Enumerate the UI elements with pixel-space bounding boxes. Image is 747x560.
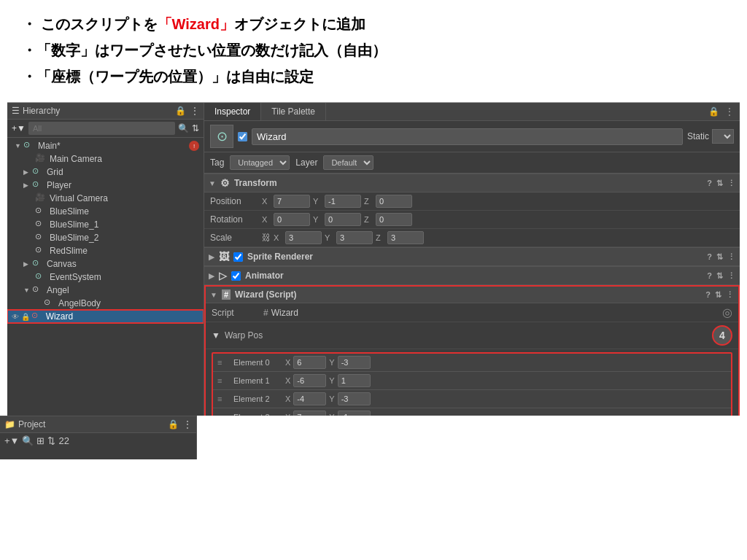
hierarchy-header-icons: 🔒 ⋮	[175, 106, 199, 116]
elem-y-label-3: Y	[329, 413, 334, 416]
scale-z-input[interactable]	[387, 231, 424, 244]
wizard-script-label: Wizard (Script)	[235, 289, 297, 300]
project-filter-icon: ⊞	[36, 435, 44, 446]
tree-item-angelbody[interactable]: ⊙ AngelBody	[7, 297, 204, 310]
inspector-tab-icons: 🔒 ⋮	[708, 106, 740, 117]
tree-item-blueslime1[interactable]: ⊙ BlueSlime_1	[7, 218, 204, 231]
project-add-button[interactable]: +▼	[4, 435, 19, 446]
tree-item-redslime[interactable]: ⊙ RedSlime	[7, 244, 204, 257]
project-header: 📁 Project 🔒 ⋮	[0, 416, 196, 433]
hierarchy-search-input[interactable]	[28, 122, 175, 135]
tab-tile-palette[interactable]: Tile Palette	[261, 103, 326, 120]
rotation-z-input[interactable]	[376, 213, 412, 226]
elem-y-label-0: Y	[329, 358, 334, 367]
hierarchy-menu-icon: ☰	[12, 106, 20, 116]
tree-item-main[interactable]: ▼ ⊙ Main* !	[7, 139, 204, 152]
tree-item-blueslime[interactable]: ⊙ BlueSlime	[7, 205, 204, 218]
scale-y-label: Y	[325, 233, 333, 242]
elem-x-input-0[interactable]	[293, 356, 326, 369]
tree-item-wizard[interactable]: 👁 🔒 ⊙ Wizard	[7, 310, 204, 323]
position-x-input[interactable]	[274, 195, 310, 208]
script-hash: #	[263, 308, 268, 318]
add-button[interactable]: +▼	[12, 123, 26, 133]
tree-item-canvas[interactable]: ▶ ⊙ Canvas	[7, 257, 204, 271]
tree-label-blueslime2: BlueSlime_2	[50, 233, 98, 243]
rotation-label: Rotation	[210, 214, 258, 225]
scale-x-input[interactable]	[285, 231, 322, 244]
animator-help-icon: ?	[707, 271, 712, 281]
tree-item-main-camera[interactable]: 🎥 Main Camera	[7, 152, 204, 166]
sprite-renderer-checkbox[interactable]	[233, 252, 243, 262]
tree-label-angelbody: AngelBody	[58, 298, 101, 308]
elem-y-input-3[interactable]	[338, 411, 371, 416]
hierarchy-dots-icon: ⋮	[190, 106, 199, 116]
obj-title-row: ⊙ Static	[204, 121, 740, 152]
animator-section-header[interactable]: ▶ ▷ Animator ? ⇅ ⋮	[204, 266, 740, 285]
sprite-help-icon: ?	[707, 252, 712, 262]
rotation-z-label: Z	[364, 215, 373, 224]
tab-inspector[interactable]: Inspector	[204, 103, 261, 120]
tree-item-eventsystem[interactable]: ⊙ EventSystem	[7, 271, 204, 284]
position-z-input[interactable]	[376, 195, 412, 208]
obj-active-checkbox[interactable]	[238, 132, 247, 141]
transform-rotation-row: Rotation X Y Z	[204, 211, 740, 229]
transform-dots-icon: ⋮	[727, 179, 735, 188]
elem-xy-2: X Y	[285, 392, 371, 405]
project-header-icons: 🔒 ⋮	[168, 419, 192, 429]
wizard-script-header[interactable]: ▼ # Wizard (Script) ? ⇅ ⋮	[206, 287, 738, 303]
script-link-icon: ◎	[722, 306, 732, 319]
inspector-body: ⊙ Static Tag Untagged Layer Defaul	[204, 121, 740, 416]
elem-x-label-3: X	[285, 413, 290, 416]
sprite-renderer-section-header[interactable]: ▶ 🖼 Sprite Renderer ? ⇅ ⋮	[204, 247, 740, 266]
transform-section-header[interactable]: ▼ ⚙ Transform ? ⇅ ⋮	[204, 174, 740, 192]
hierarchy-lock-icon: 🔒	[175, 106, 186, 116]
elem-x-input-1[interactable]	[293, 374, 326, 387]
elem-label-0: Element 0	[233, 358, 281, 367]
layer-select[interactable]: Default	[323, 155, 374, 170]
elements-container: ≡ Element 0 X Y ≡ Element 1	[212, 352, 732, 416]
wizard-script-section: ▼ # Wizard (Script) ? ⇅ ⋮ Script # Wizar…	[204, 285, 740, 416]
animator-checkbox[interactable]	[231, 271, 241, 281]
static-label: Static	[687, 131, 709, 141]
tree-item-virtual-camera[interactable]: 🎥 Virtual Camera	[7, 192, 204, 205]
wizard-help-icon: ?	[705, 290, 711, 300]
tree-label-wizard: Wizard	[46, 311, 73, 322]
scale-xyz: ⛓ X Y Z	[262, 231, 734, 244]
tree-item-angel[interactable]: ▼ ⊙ Angel	[7, 284, 204, 297]
tree-label-blueslime: BlueSlime	[50, 206, 89, 217]
sprite-renderer-icon: 🖼	[219, 251, 229, 262]
elem-x-input-3[interactable]	[293, 411, 326, 416]
tree-item-blueslime2[interactable]: ⊙ BlueSlime_2	[7, 231, 204, 244]
elem-xy-0: X Y	[285, 356, 371, 369]
obj-name-input[interactable]	[252, 128, 683, 145]
elem-y-input-1[interactable]	[338, 374, 371, 387]
animator-icons: ? ⇅ ⋮	[707, 271, 735, 281]
tree-label-main-camera: Main Camera	[50, 154, 102, 164]
instruction-pre-1: このスクリプトを	[41, 16, 158, 32]
project-panel: 📁 Project 🔒 ⋮ +▼ 🔍 ⊞ ⇅ 22	[0, 416, 197, 459]
rotation-x-input[interactable]	[274, 213, 310, 226]
elem-y-input-2[interactable]	[338, 392, 371, 405]
elem-x-label-1: X	[285, 376, 290, 385]
static-dropdown[interactable]	[712, 129, 734, 144]
project-sort-icon: ⇅	[47, 435, 55, 446]
elem-label-1: Element 1	[233, 376, 281, 385]
rotation-y-input[interactable]	[325, 213, 361, 226]
tag-select[interactable]: Untagged	[230, 155, 290, 170]
transform-help-icon: ?	[707, 179, 712, 188]
sprite-renderer-icons: ? ⇅ ⋮	[707, 252, 735, 262]
scale-y-input[interactable]	[336, 231, 373, 244]
transform-scale-row: Scale ⛓ X Y Z	[204, 229, 740, 247]
position-z-label: Z	[364, 197, 373, 206]
bottom-panels: 📁 Project 🔒 ⋮ +▼ 🔍 ⊞ ⇅ 22	[0, 416, 747, 459]
wizard-dots-icon: ⋮	[726, 290, 734, 300]
elem-x-input-2[interactable]	[293, 392, 326, 405]
position-y-input[interactable]	[325, 195, 361, 208]
tree-item-player[interactable]: ▶ ⊙ Player	[7, 179, 204, 192]
elem-handle-2: ≡	[217, 394, 229, 403]
sprite-dots-icon: ⋮	[727, 252, 735, 262]
elem-xy-1: X Y	[285, 374, 371, 387]
elem-y-input-0[interactable]	[338, 356, 371, 369]
wizard-settings-icon: ⇅	[715, 290, 721, 300]
tree-item-grid[interactable]: ▶ ⊙ Grid	[7, 166, 204, 179]
